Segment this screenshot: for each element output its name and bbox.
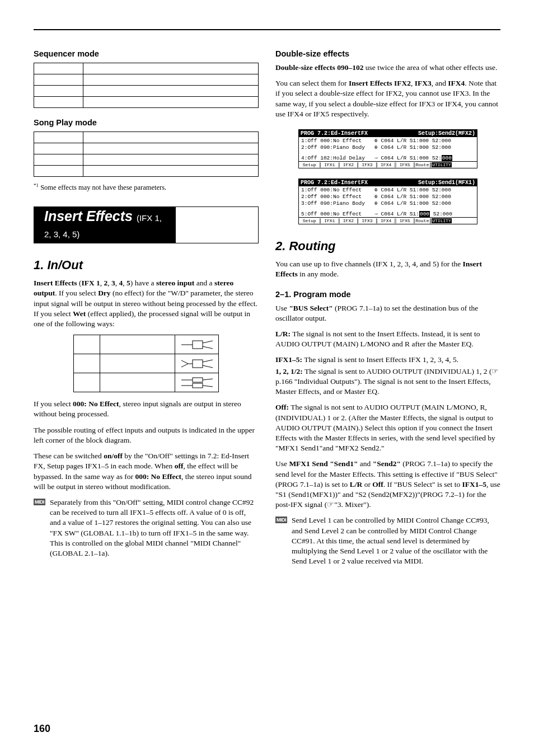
banner-empty [175, 207, 258, 243]
right-column: Double-size effects Double-size effects … [275, 39, 500, 572]
lcd-title-bar: PROG 7.2:Ed-InsertFX Setup:Send2(MFX2) [299, 130, 477, 137]
heading-in-out: 1. In/Out [34, 258, 259, 273]
paragraph-lr: L/R: The signal is not sent to the Inser… [275, 329, 500, 349]
lcd-row: 4:Off 102:Hold Delay → C064 L/R S1:000 S… [299, 155, 477, 161]
stereo-in-stereo-out-icon [180, 375, 214, 390]
footnote-text: Some effects may not have these paramete… [39, 184, 166, 191]
left-column: Sequencer mode Song Play mode *1 Some ef… [34, 39, 259, 572]
diagram-cell [175, 373, 219, 392]
lcd-tabs: Setup ║ IFX1 ║ IFX2 ║ IFX3 ║ IFX4 ║ IFX5… [299, 217, 477, 224]
table-row [34, 166, 259, 177]
heading-program-mode: 2–1. Program mode [275, 290, 500, 299]
table-row [34, 154, 259, 166]
lcd-row: 1:Off 000:No Effect ⊕ C064 L/R S1:000 S2… [299, 186, 477, 193]
midi-note-1: MIDI Separately from this "On/Off" setti… [34, 497, 259, 558]
lcd-tabs: Setup ║ IFX1 ║ IFX2 ║ IFX3 ║ IFX4 ║ IFX5… [299, 161, 477, 168]
paragraph-insert-effects-intro: Insert Effects (IFX 1, 2, 3, 4, 5) have … [34, 278, 259, 329]
midi-note-text: Send Level 1 can be controlled by MIDI C… [292, 515, 500, 566]
lcd-title-bar: PROG 7.2:Ed-InsertFX Setup:Send1(MFX1) [299, 179, 477, 186]
lcd-row: 2:Off 000:No Effect ⊕ C064 L/R S1:000 S2… [299, 193, 477, 200]
paragraph-off: Off: The signal is not sent to AUDIO OUT… [275, 402, 500, 453]
paragraph-12: 1, 2, 1/2: The signal is sent to AUDIO O… [275, 367, 500, 397]
paragraph-double-size-1: Double-size effects 090–102 use twice th… [275, 63, 500, 73]
midi-tag-icon: MIDI [34, 499, 45, 505]
mono-sum-stereo-out-icon [180, 356, 214, 371]
lcd-screenshot-2: PROG 7.2:Ed-InsertFX Setup:Send1(MFX1) 1… [298, 179, 477, 224]
svg-rect-1 [193, 360, 203, 368]
heading-routing: 2. Routing [275, 239, 500, 253]
lcd-screenshot-1: PROG 7.2:Ed-InsertFX Setup:Send2(MFX2) 1… [298, 129, 477, 168]
page: Sequencer mode Song Play mode *1 Some ef… [0, 0, 534, 756]
mono-in-stereo-out-icon [180, 337, 214, 352]
lcd-row: 5:Off 000:No Effect → C064 L/R S1:000 S2… [299, 211, 477, 217]
paragraph-ifx15: IFX1–5: The signal is sent to Insert Eff… [275, 355, 500, 365]
heading-sequencer-mode: Sequencer mode [34, 49, 259, 58]
insert-effects-banner: Insert Effects (IFX 1, 2, 3, 4, 5) [34, 206, 259, 243]
table-row [34, 132, 259, 143]
footnote-marker: *1 [34, 182, 39, 188]
paragraph-block-diagram: The possible routing of effect inputs an… [34, 425, 259, 445]
table-row [34, 97, 259, 108]
diagram-cell [175, 354, 219, 373]
banner-title: Insert Effects [44, 208, 137, 224]
svg-rect-2 [193, 378, 203, 382]
table-row [34, 74, 259, 86]
paragraph-on-off: These can be switched on/off by the "On/… [34, 451, 259, 492]
table-row [74, 354, 219, 373]
paragraph-no-effect: If you select 000: No Effect, stereo inp… [34, 399, 259, 419]
lcd-display: PROG 7.2:Ed-InsertFX Setup:Send1(MFX1) 1… [298, 179, 477, 224]
lcd-row: 3:Off 090:Piano Body ⊕ C064 L/R S1:000 S… [299, 200, 477, 206]
banner-cell: Insert Effects (IFX 1, 2, 3, 4, 5) [34, 207, 175, 243]
two-columns: Sequencer mode Song Play mode *1 Some ef… [34, 39, 500, 572]
footnote: *1 Some effects may not have these param… [34, 182, 259, 192]
midi-note-2: MIDI Send Level 1 can be controlled by M… [275, 515, 500, 566]
midi-note-text: Separately from this "On/Off" setting, M… [50, 497, 259, 558]
diagram-cell [175, 335, 219, 354]
lcd-display: PROG 7.2:Ed-InsertFX Setup:Send2(MFX2) 1… [298, 129, 477, 168]
page-number: 160 [34, 723, 50, 735]
top-rule [34, 29, 500, 30]
svg-rect-0 [193, 341, 203, 349]
lcd-row: 1:Off 000:No Effect ⊕ C064 L/R S1:000 S2… [299, 137, 477, 144]
lcd-row: 2:Off 090:Piano Body ⊕ C064 L/R S1:000 S… [299, 144, 477, 151]
table-row [74, 335, 219, 354]
paragraph-routing-intro: You can use up to five channels (IFX 1, … [275, 259, 500, 279]
svg-rect-3 [193, 383, 203, 388]
table-row [34, 63, 259, 74]
table-row [74, 373, 219, 392]
sequencer-mode-table [34, 63, 259, 108]
heading-song-play-mode: Song Play mode [34, 118, 259, 127]
midi-tag-icon: MIDI [275, 516, 287, 523]
table-row [34, 86, 259, 97]
paragraph-bus-select: Use "BUS Select" (PROG 7.1–1a) to set th… [275, 303, 500, 323]
paragraph-mfx-send: Use MFX1 Send "Send1" and "Send2" (PROG … [275, 459, 500, 510]
song-play-mode-table [34, 132, 259, 177]
paragraph-double-size-2: You can select them for Insert Effects I… [275, 78, 500, 119]
wet-routing-diagram [73, 335, 219, 392]
heading-double-size: Double-size effects [275, 49, 500, 58]
table-row [34, 143, 259, 154]
